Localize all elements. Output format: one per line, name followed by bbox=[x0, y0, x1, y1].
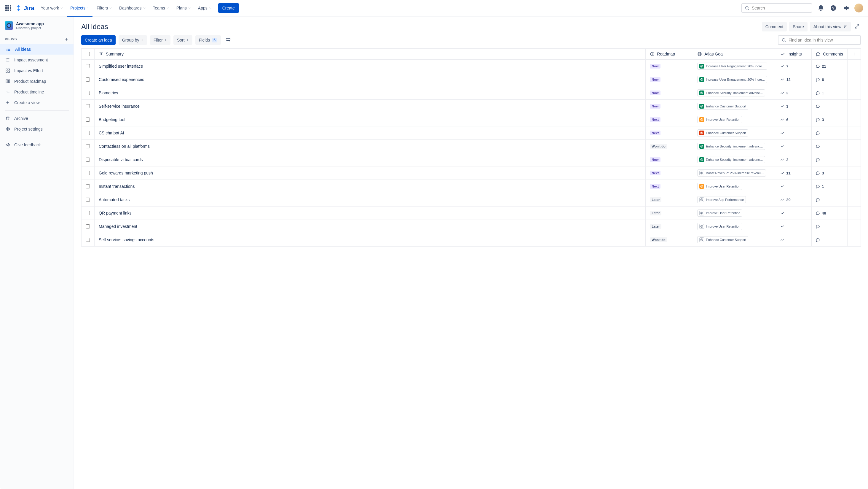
insights-metric[interactable] bbox=[780, 144, 786, 148]
goal-chip[interactable]: Enhance Security: implement advanc… bbox=[697, 89, 765, 96]
table-row[interactable]: Automated tasks Later Improve App Perfor… bbox=[82, 193, 861, 206]
comments-metric[interactable]: 3 bbox=[816, 117, 824, 122]
comments-metric[interactable] bbox=[816, 198, 822, 202]
goal-chip[interactable]: Improve User Retention bbox=[697, 116, 742, 123]
row-checkbox[interactable] bbox=[86, 157, 90, 162]
goal-chip[interactable]: Improve User Retention bbox=[697, 223, 742, 230]
insights-metric[interactable] bbox=[780, 131, 786, 135]
sidebar-give-feedback[interactable]: Give feedback bbox=[0, 140, 73, 150]
comments-metric[interactable] bbox=[816, 144, 822, 148]
table-row[interactable]: Disposable virtual cards Now Enhance Sec… bbox=[82, 153, 861, 167]
row-checkbox[interactable] bbox=[86, 104, 90, 108]
insights-metric[interactable] bbox=[780, 224, 786, 228]
insights-metric[interactable] bbox=[780, 211, 786, 215]
goal-chip[interactable]: Enhance Customer Support bbox=[697, 130, 748, 137]
sidebar-view-product-timeline[interactable]: Product timeline bbox=[0, 87, 73, 97]
table-row[interactable]: Budgeting tool Next Improve User Retenti… bbox=[82, 113, 861, 126]
nav-item-projects[interactable]: Projects bbox=[67, 4, 92, 11]
goal-chip[interactable]: Improve App Performance bbox=[697, 196, 746, 203]
sidebar-view-product-roadmap[interactable]: Product roadmap bbox=[0, 76, 73, 87]
comments-metric[interactable]: 1 bbox=[816, 91, 824, 95]
table-row[interactable]: Instant transactions Next Improve User R… bbox=[82, 180, 861, 193]
expand-icon[interactable] bbox=[853, 23, 861, 31]
insights-metric[interactable]: 2 bbox=[780, 91, 788, 95]
filter-button[interactable]: Filter+ bbox=[150, 35, 170, 45]
insights-metric[interactable]: 12 bbox=[780, 78, 790, 82]
goal-chip[interactable]: Increase User Engagement: 20% incre… bbox=[697, 76, 767, 83]
table-row[interactable]: Simplified user interface Now Increase U… bbox=[82, 60, 861, 73]
user-avatar[interactable] bbox=[855, 4, 863, 12]
nav-item-your-work[interactable]: Your work bbox=[38, 4, 66, 11]
add-view-icon[interactable] bbox=[64, 37, 69, 41]
table-row[interactable]: Self service: savings accounts Won't do … bbox=[82, 233, 861, 247]
comments-metric[interactable]: 6 bbox=[816, 78, 824, 82]
goal-chip[interactable]: Enhance Security: implement advanc… bbox=[697, 143, 765, 150]
row-checkbox[interactable] bbox=[86, 184, 90, 189]
sidebar-view-impact-assesment[interactable]: Impact assesment bbox=[0, 55, 73, 65]
find-idea-input[interactable] bbox=[788, 38, 857, 42]
row-checkbox[interactable] bbox=[86, 171, 90, 175]
row-checkbox[interactable] bbox=[86, 211, 90, 215]
fields-button[interactable]: Fields6 bbox=[195, 35, 221, 45]
insights-metric[interactable]: 11 bbox=[780, 171, 790, 175]
table-row[interactable]: QR payment links Later Improve User Rete… bbox=[82, 206, 861, 220]
sidebar-view-all-ideas[interactable]: All ideas bbox=[0, 44, 73, 55]
column-header-insights[interactable]: Insights bbox=[787, 52, 802, 56]
goal-chip[interactable]: Enhance Customer Support bbox=[697, 103, 748, 110]
search-input[interactable] bbox=[752, 6, 809, 10]
row-checkbox[interactable] bbox=[86, 117, 90, 122]
sidebar-view-create-a-view[interactable]: Create a view bbox=[0, 97, 73, 108]
goal-chip[interactable]: Enhance Security: implement advanc… bbox=[697, 156, 765, 163]
row-checkbox[interactable] bbox=[86, 238, 90, 242]
sort-button[interactable]: Sort+ bbox=[174, 35, 192, 45]
about-view-button[interactable]: About this view bbox=[810, 22, 851, 31]
find-idea-search[interactable] bbox=[778, 35, 861, 45]
goal-chip[interactable]: Enhance Customer Support bbox=[697, 236, 748, 243]
sidebar-project-settings[interactable]: Project settings bbox=[0, 124, 73, 135]
help-icon[interactable]: ? bbox=[830, 4, 837, 12]
create-idea-button[interactable]: Create an idea bbox=[81, 35, 116, 45]
table-row[interactable]: Contactless on all platforms Won't do En… bbox=[82, 140, 861, 153]
project-header[interactable]: Awesome app Discovery project bbox=[0, 21, 73, 34]
row-checkbox[interactable] bbox=[86, 224, 90, 228]
insights-metric[interactable]: 3 bbox=[780, 104, 788, 109]
comments-metric[interactable] bbox=[816, 238, 822, 242]
nav-item-plans[interactable]: Plans bbox=[174, 4, 194, 11]
nav-item-apps[interactable]: Apps bbox=[195, 4, 215, 11]
app-switcher-icon[interactable] bbox=[5, 4, 12, 11]
table-row[interactable]: Managed investment Later Improve User Re… bbox=[82, 220, 861, 233]
table-row[interactable]: Self-service insurance Now Enhance Custo… bbox=[82, 100, 861, 113]
comments-metric[interactable]: 48 bbox=[816, 211, 826, 215]
insights-metric[interactable] bbox=[780, 238, 786, 242]
insights-metric[interactable]: 2 bbox=[780, 157, 788, 162]
select-all-checkbox[interactable] bbox=[86, 52, 90, 56]
insights-metric[interactable]: 29 bbox=[780, 198, 790, 202]
comments-metric[interactable]: 3 bbox=[816, 171, 824, 175]
goal-chip[interactable]: Boost Revenue: 25% increase revenu… bbox=[697, 169, 766, 177]
share-button[interactable]: Share bbox=[789, 22, 807, 31]
autosave-icon[interactable] bbox=[224, 35, 233, 45]
nav-item-filters[interactable]: Filters bbox=[94, 4, 115, 11]
table-row[interactable]: CS chatbot AI Next Enhance Customer Supp… bbox=[82, 126, 861, 140]
comment-button[interactable]: Comment bbox=[762, 22, 787, 31]
row-checkbox[interactable] bbox=[86, 64, 90, 68]
row-checkbox[interactable] bbox=[86, 91, 90, 95]
comments-metric[interactable] bbox=[816, 104, 822, 108]
table-row[interactable]: Gold rewards marketing push Next Boost R… bbox=[82, 167, 861, 180]
comments-metric[interactable] bbox=[816, 224, 822, 228]
column-header-comments[interactable]: Comments bbox=[823, 52, 843, 56]
goal-chip[interactable]: Improve User Retention bbox=[697, 209, 742, 217]
sidebar-archive[interactable]: Archive bbox=[0, 113, 73, 124]
nav-item-dashboards[interactable]: Dashboards bbox=[116, 4, 149, 11]
notifications-icon[interactable] bbox=[817, 4, 825, 12]
add-column-icon[interactable] bbox=[852, 52, 857, 56]
row-checkbox[interactable] bbox=[86, 144, 90, 148]
comments-metric[interactable] bbox=[816, 157, 822, 162]
goal-chip[interactable]: Increase User Engagement: 20% incre… bbox=[697, 63, 767, 70]
comments-metric[interactable]: 1 bbox=[816, 184, 824, 189]
table-row[interactable]: Customised experiences Now Increase User… bbox=[82, 73, 861, 86]
comments-metric[interactable] bbox=[816, 131, 822, 135]
insights-metric[interactable]: 7 bbox=[780, 64, 788, 68]
create-button[interactable]: Create bbox=[218, 3, 239, 13]
settings-icon[interactable] bbox=[842, 4, 849, 12]
